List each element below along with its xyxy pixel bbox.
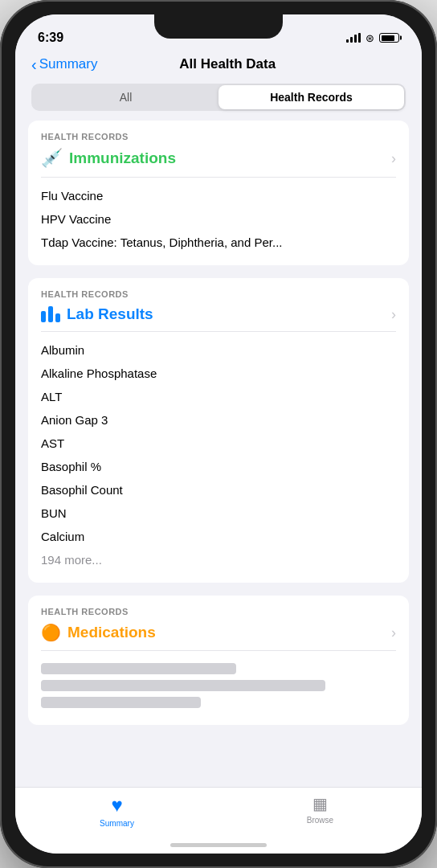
page-title: All Health Data [97,56,357,72]
medications-title-left: 🟠 Medications [41,623,156,642]
list-item: Alkaline Phosphatase [41,362,396,385]
back-label: Summary [39,56,98,72]
content-area[interactable]: HEALTH RECORDS 💉 Immunizations › Flu Vac… [15,121,422,772]
tab-summary[interactable]: ♥ Summary [15,794,218,828]
home-indicator [170,843,267,847]
immunizations-section-label: HEALTH RECORDS [41,132,396,141]
lab-title: Lab Results [67,305,153,323]
medications-chevron-icon: › [391,624,396,641]
blurred-item [41,663,236,674]
lab-results-card: HEALTH RECORDS Lab Results › Albumin A [28,278,409,583]
list-item: Anion Gap 3 [41,408,396,432]
lab-items: Albumin Alkaline Phosphatase ALT Anion G… [41,332,396,571]
list-item: AST [41,432,396,455]
lab-icon [41,306,60,322]
segmented-control: All Health Records [31,84,406,111]
lab-section-label: HEALTH RECORDS [41,289,396,299]
battery-icon [379,33,399,43]
nav-bar: ‹ Summary All Health Data [15,50,422,80]
list-item: Flu Vaccine [41,184,396,207]
list-item: Calcium [41,525,396,548]
list-item: Basophil Count [41,478,396,502]
lab-title-left: Lab Results [41,305,153,323]
list-item: Basophil % [41,455,396,478]
lab-title-row[interactable]: Lab Results › [41,305,396,332]
medications-icon: 🟠 [41,623,61,642]
wifi-icon: ⊛ [366,32,374,44]
blurred-item [41,697,201,708]
status-time: 6:39 [38,31,63,45]
lab-chevron-icon: › [391,306,396,323]
medications-card: HEALTH RECORDS 🟠 Medications › [28,596,409,725]
immunizations-chevron-icon: › [391,150,396,167]
medications-title: Medications [67,624,156,641]
list-item: Tdap Vaccine: Tetanus, Diphtheria, and P… [41,231,396,254]
back-button[interactable]: ‹ Summary [31,56,97,72]
immunizations-card: HEALTH RECORDS 💉 Immunizations › Flu Vac… [28,121,409,265]
tab-browse-label: Browse [307,816,333,825]
tab-summary-label: Summary [100,819,134,828]
medications-items [41,651,396,708]
seg-all[interactable]: All [33,85,218,109]
list-item: BUN [41,502,396,525]
lab-more-label: 194 more... [41,548,396,571]
immunizations-items: Flu Vaccine HPV Vaccine Tdap Vaccine: Te… [41,178,396,254]
seg-health-records[interactable]: Health Records [218,85,404,109]
signal-icon [346,33,361,43]
status-icons: ⊛ [346,32,399,44]
list-item: ALT [41,385,396,408]
immunizations-title-row[interactable]: 💉 Immunizations › [41,148,396,178]
phone-screen: 6:39 ⊛ ‹ Summary All Health Data [15,14,422,854]
notch [154,14,283,39]
tab-browse[interactable]: ▦ Browse [218,794,422,825]
immunization-icon: 💉 [41,148,63,169]
list-item: Albumin [41,338,396,362]
medications-title-row[interactable]: 🟠 Medications › [41,623,396,651]
immunizations-title: Immunizations [69,149,176,167]
list-item: HPV Vaccine [41,207,396,231]
grid-icon: ▦ [312,794,328,813]
immunizations-title-left: 💉 Immunizations [41,148,176,169]
chevron-left-icon: ‹ [31,56,37,72]
phone-frame: 6:39 ⊛ ‹ Summary All Health Data [0,0,437,868]
blurred-item [41,680,325,691]
heart-icon: ♥ [111,794,122,817]
medications-section-label: HEALTH RECORDS [41,607,396,616]
